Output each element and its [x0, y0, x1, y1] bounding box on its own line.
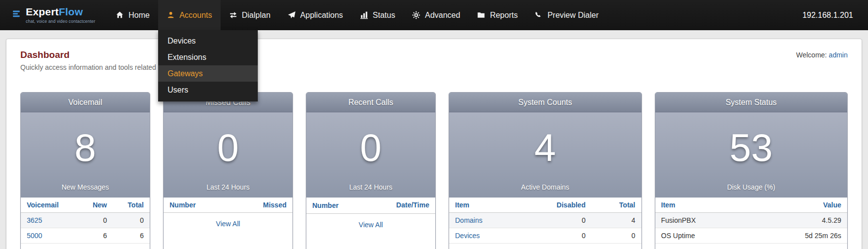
nav-reports[interactable]: Reports [468, 0, 526, 30]
card-system-counts-title: System Counts [449, 93, 641, 112]
card-system-counts-value: 4 [534, 112, 556, 183]
view-all-link[interactable]: View All [216, 220, 240, 228]
nav-label: Status [373, 11, 395, 20]
card-missed-calls: Missed Calls 0 Last 24 Hours Number Miss… [163, 92, 293, 249]
table-header-row: Number Date/Time [306, 198, 435, 213]
paper-plane-icon [288, 11, 296, 19]
voicemail-box-link[interactable]: 3625 [27, 216, 42, 224]
page-header: Dashboard Quickly access information and… [6, 39, 862, 71]
nav-label: Reports [490, 11, 518, 20]
col-header: Value [750, 198, 847, 213]
folder-icon [477, 11, 485, 19]
card-voicemail-caption: New Messages [61, 183, 109, 191]
nav-home[interactable]: Home [107, 0, 158, 30]
table-row: FusionPBX 4.5.29 [655, 213, 848, 228]
nav-preview-dialer[interactable]: Preview Dialer [526, 0, 607, 30]
col-header: Number [306, 198, 380, 213]
card-voicemail-value: 8 [74, 112, 96, 183]
nav-accounts[interactable]: Accounts Devices Extensions Gateways Use… [158, 0, 221, 30]
brand-logo[interactable]: ExpertFlow chat, voice and video contact… [0, 0, 107, 30]
cell: 6 [78, 228, 113, 244]
dashboard-cards: Voicemail 8 New Messages Voicemail New T… [6, 92, 862, 249]
col-header: Date/Time [380, 198, 435, 213]
table-row: OS Uptime 5d 25m 26s [655, 228, 848, 244]
card-missed-calls-hero: 0 Last 24 Hours [164, 112, 292, 198]
phone-icon [534, 11, 543, 19]
brand-tagline: chat, voice and video contactcenter [26, 19, 95, 24]
nav-label: Preview Dialer [547, 11, 598, 20]
welcome-text: Welcome: admin [796, 51, 848, 59]
missed-calls-table: Number Missed [164, 198, 292, 213]
devices-link[interactable]: Devices [455, 232, 480, 240]
user-icon [167, 11, 175, 19]
table-row: Devices 0 0 [449, 228, 641, 244]
col-header: Total [113, 198, 150, 213]
menu-item-extensions[interactable]: Extensions [158, 49, 258, 65]
nav-label: Advanced [425, 11, 460, 20]
view-all-link[interactable]: View All [359, 221, 383, 229]
brand-icon [13, 10, 21, 20]
cell: 0 [519, 228, 591, 244]
brand-name: ExpertFlow [26, 6, 95, 17]
col-header: Number [164, 198, 231, 213]
nav-advanced[interactable]: Advanced [404, 0, 468, 30]
home-icon [116, 11, 124, 19]
menu-item-users[interactable]: Users [158, 82, 258, 98]
cell: 0 [78, 213, 113, 228]
cell: FusionPBX [655, 213, 750, 228]
cell: 5d 25m 26s [750, 228, 847, 244]
card-missed-calls-value: 0 [217, 112, 238, 183]
col-header: Disabled [519, 198, 591, 213]
recent-calls-table: Number Date/Time [306, 198, 435, 214]
nav-label: Home [128, 11, 150, 20]
table-header-row: Number Missed [164, 198, 292, 213]
cell: 6 [113, 228, 150, 244]
page-subtitle: Quickly access information and tools rel… [20, 63, 156, 71]
card-system-status-title: System Status [655, 93, 848, 112]
welcome-label: Welcome: [796, 51, 827, 59]
card-system-counts-caption: Active Domains [521, 183, 569, 191]
accounts-dropdown: Devices Extensions Gateways Users [158, 30, 258, 101]
nav-status[interactable]: Status [351, 0, 404, 30]
cell: 0 [113, 213, 150, 228]
domains-link[interactable]: Domains [455, 216, 482, 224]
system-status-table: Item Value FusionPBX 4.5.29 OS Uptime 5d… [655, 198, 848, 244]
card-recent-calls: Recent Calls 0 Last 24 Hours Number Date… [306, 92, 436, 249]
card-missed-calls-caption: Last 24 Hours [206, 183, 249, 191]
col-header: Total [591, 198, 641, 213]
col-header: Missed [231, 198, 292, 213]
col-header: Voicemail [21, 198, 78, 213]
table-row: Domains 0 4 [449, 213, 641, 228]
card-recent-calls-title: Recent Calls [306, 93, 435, 112]
cell: OS Uptime [655, 228, 750, 244]
table-header-row: Voicemail New Total [21, 198, 150, 213]
card-voicemail-hero: 8 New Messages [21, 112, 150, 198]
server-ip: 192.168.1.201 [803, 0, 868, 30]
nav-dialplan[interactable]: Dialplan [221, 0, 279, 30]
table-row: 5000 6 6 [21, 228, 150, 244]
cell: 4 [591, 213, 641, 228]
admin-user-link[interactable]: admin [829, 51, 848, 59]
cell: 0 [591, 228, 641, 244]
card-recent-calls-hero: 0 Last 24 Hours [306, 112, 435, 198]
card-system-status-value: 53 [730, 112, 773, 183]
menu-item-gateways[interactable]: Gateways [158, 65, 258, 82]
transfer-arrows-icon [229, 11, 237, 19]
menu-item-devices[interactable]: Devices [158, 33, 258, 49]
page-title: Dashboard [20, 50, 156, 60]
card-system-counts: System Counts 4 Active Domains Item Disa… [449, 92, 642, 249]
col-header: Item [449, 198, 519, 213]
nav-label: Accounts [179, 11, 212, 20]
view-all-row: View All [306, 214, 435, 236]
col-header: Item [655, 198, 750, 213]
card-voicemail: Voicemail 8 New Messages Voicemail New T… [20, 92, 150, 249]
system-counts-table: Item Disabled Total Domains 0 4 Devices … [449, 198, 641, 244]
table-header-row: Item Value [655, 198, 848, 213]
view-all-row: View All [164, 213, 292, 235]
nav-applications[interactable]: Applications [279, 0, 351, 30]
cell: 4.5.29 [750, 213, 847, 228]
bar-chart-icon [360, 11, 368, 19]
card-voicemail-title: Voicemail [21, 93, 150, 112]
voicemail-box-link[interactable]: 5000 [27, 232, 42, 240]
col-header: New [78, 198, 113, 213]
